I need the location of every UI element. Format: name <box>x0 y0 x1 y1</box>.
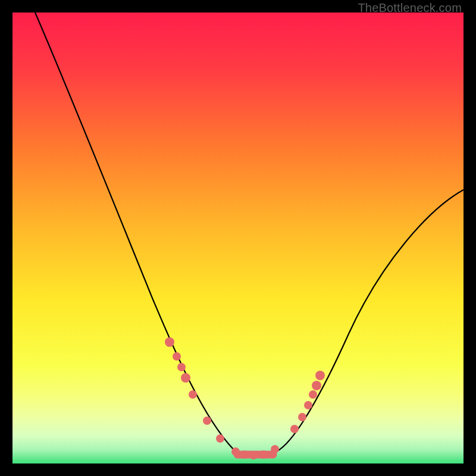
svg-point-7 <box>177 363 186 371</box>
svg-point-15 <box>259 450 268 459</box>
watermark-text: TheBottleneck.com <box>358 1 462 15</box>
svg-point-13 <box>240 450 249 459</box>
svg-point-5 <box>165 337 174 347</box>
svg-point-16 <box>271 445 279 453</box>
svg-point-17 <box>290 425 299 433</box>
svg-point-8 <box>181 373 190 383</box>
svg-point-6 <box>173 352 181 361</box>
svg-point-12 <box>231 447 240 456</box>
svg-point-22 <box>315 371 325 380</box>
svg-point-20 <box>309 390 317 399</box>
svg-point-18 <box>298 413 306 421</box>
gradient-background <box>12 12 464 464</box>
svg-point-11 <box>216 434 224 443</box>
chart-frame <box>12 12 464 464</box>
svg-point-21 <box>312 381 321 390</box>
svg-point-19 <box>304 401 312 409</box>
svg-point-10 <box>203 416 211 425</box>
bottleneck-chart <box>12 12 464 464</box>
svg-point-14 <box>249 451 258 459</box>
svg-point-9 <box>189 390 197 399</box>
